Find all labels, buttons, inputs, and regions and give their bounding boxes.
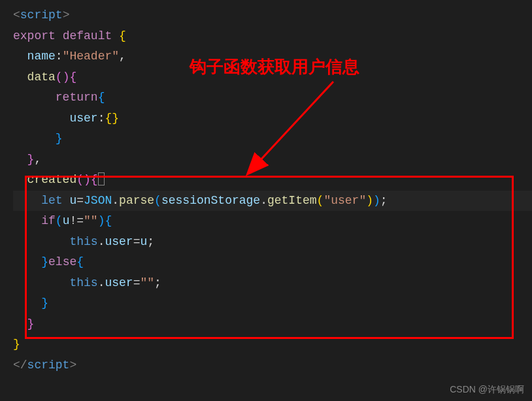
brace: { <box>69 71 76 84</box>
punct: = <box>133 235 141 248</box>
code-line: }else{ <box>13 252 532 273</box>
punct: = <box>76 194 84 207</box>
brace: { <box>119 29 126 42</box>
tag-name: script <box>27 359 70 372</box>
tag-bracket: > <box>63 8 70 22</box>
code-line: if(u!=""){ <box>13 211 532 232</box>
property: user <box>69 112 97 125</box>
string: "user" <box>324 194 366 207</box>
brace: } <box>41 255 48 268</box>
string: "" <box>84 214 98 227</box>
brace: { <box>105 214 112 227</box>
watermark-text: CSDN @许锅锅啊 <box>450 381 524 398</box>
paren: ( <box>317 194 324 207</box>
punct: = <box>133 276 141 289</box>
method: getItem <box>267 194 317 207</box>
cursor-indicator <box>98 172 105 185</box>
punct: != <box>69 214 84 227</box>
code-line: return{ <box>13 88 532 108</box>
brace: } <box>27 153 35 166</box>
keyword: this <box>69 276 97 289</box>
paren: ) <box>98 214 105 227</box>
brace: { <box>105 112 112 125</box>
brace: } <box>112 112 119 125</box>
punct: . <box>98 235 105 248</box>
property: user <box>105 235 133 248</box>
paren: ) <box>366 194 373 207</box>
method: data <box>27 71 56 84</box>
tag-bracket: < <box>13 8 20 22</box>
brace: } <box>56 132 63 145</box>
code-line: let u=JSON.parse(sessionStorage.getItem(… <box>13 191 532 212</box>
paren: ( <box>56 71 63 84</box>
keyword: if <box>41 214 56 227</box>
method: parse <box>119 194 154 207</box>
paren: ( <box>154 194 161 207</box>
property: name <box>27 50 56 63</box>
code-line: } <box>13 334 532 355</box>
code-line: export default { <box>13 26 532 47</box>
variable: u <box>69 194 76 207</box>
paren: ) <box>63 71 70 84</box>
paren: ) <box>373 194 380 207</box>
code-line: } <box>13 314 532 335</box>
paren: ( <box>56 214 63 227</box>
keyword: let <box>41 194 62 207</box>
brace: { <box>76 255 84 268</box>
keyword: export <box>13 29 56 42</box>
code-line: } <box>13 129 532 150</box>
variable: u <box>63 214 70 227</box>
tag-name: script <box>20 8 63 22</box>
string: "Header" <box>63 50 119 63</box>
code-line: <script> <box>13 5 532 26</box>
variable: u <box>140 235 147 248</box>
keyword: else <box>48 255 76 268</box>
paren: ) <box>84 173 91 186</box>
object: JSON <box>84 194 112 207</box>
punct: ; <box>380 194 388 207</box>
brace: } <box>27 317 35 330</box>
code-line: this.user=u; <box>13 232 532 253</box>
keyword: default <box>63 29 112 42</box>
property: user <box>105 276 133 289</box>
punct: : <box>56 50 63 63</box>
punct: . <box>260 194 267 207</box>
string: "" <box>140 276 154 289</box>
brace: { <box>98 91 105 104</box>
code-line: </script> <box>13 355 532 376</box>
punct: . <box>98 276 105 289</box>
tag-bracket: </ <box>13 359 27 372</box>
punct: , <box>119 50 126 63</box>
object: sessionStorage <box>161 194 260 207</box>
method: created <box>27 173 77 186</box>
punct: ; <box>147 235 154 248</box>
code-line: this.user=""; <box>13 273 532 294</box>
tag-bracket: > <box>69 359 76 372</box>
code-line: user:{} <box>13 108 532 129</box>
code-line: }, <box>13 150 532 170</box>
brace: } <box>41 297 48 310</box>
annotation-label: 钩子函数获取用户信息 <box>190 52 359 82</box>
punct: , <box>34 153 41 166</box>
punct: ; <box>154 276 161 289</box>
keyword: return <box>56 91 98 104</box>
keyword: this <box>69 235 97 248</box>
brace: { <box>91 173 98 186</box>
punct: . <box>112 194 119 207</box>
code-line: } <box>13 293 532 314</box>
paren: ( <box>76 173 84 186</box>
code-line: created(){ <box>13 170 532 191</box>
brace: } <box>13 338 20 351</box>
punct: : <box>98 112 105 125</box>
